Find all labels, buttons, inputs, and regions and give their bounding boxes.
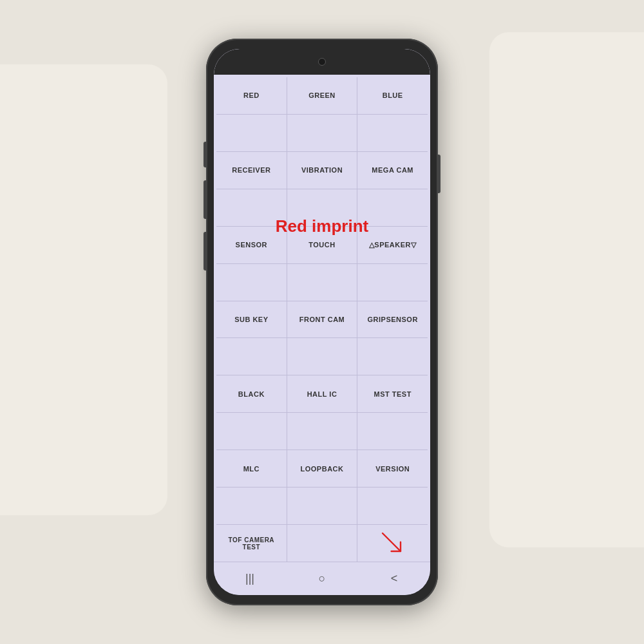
grid-row-spacer-1 [216,189,428,227]
background-cushion-left [0,64,167,515]
grid-cell-tof-camera-test[interactable]: TOF CAMERA TEST [216,525,287,562]
grid-cell-empty [216,488,287,524]
grid-row-2: SENSOR TOUCH △SPEAKER▽ [216,227,428,264]
volume-down-button [204,180,206,219]
bixby-button [204,232,206,270]
grid-cell-empty [216,115,287,151]
grid-cell-empty [216,264,287,301]
test-menu-grid: Red imprint RED GREEN BLUE RECEIVER VIBR… [214,75,430,562]
grid-cell-red[interactable]: RED [216,77,287,114]
grid-cell-gripsensor[interactable]: GRIPSENSOR [357,301,428,338]
grid-cell-touch[interactable]: TOUCH [287,227,358,263]
grid-row-5: MLC LOOPBACK VERSION [216,450,428,488]
grid-cell-black[interactable]: BLACK [216,375,287,412]
grid-cell-sensor[interactable]: SENSOR [216,227,287,263]
grid-cell-empty [287,338,358,375]
grid-row-3: SUB KEY FRONT CAM GRIPSENSOR [216,301,428,339]
grid-row-6: TOF CAMERA TEST [216,525,428,562]
grid-cell-empty [287,488,358,524]
grid-cell-mega-cam[interactable]: MEGA CAM [357,152,428,189]
grid-cell-vibration[interactable]: VIBRATION [287,152,358,189]
phone-screen: Red imprint RED GREEN BLUE RECEIVER VIBR… [214,49,430,595]
grid-cell-loopback[interactable]: LOOPBACK [287,450,358,487]
grid-cell-empty [287,525,358,562]
grid-cell-empty [357,189,428,226]
home-button[interactable]: ○ [310,567,334,591]
grid-cell-green[interactable]: GREEN [287,77,358,114]
grid-cell-empty [216,189,287,226]
grid-cell-empty [357,413,428,450]
recent-apps-button[interactable]: ||| [238,567,261,591]
scene: Red imprint RED GREEN BLUE RECEIVER VIBR… [0,0,644,644]
grid-cell-empty [357,338,428,375]
screen-top-bezel [214,49,430,75]
volume-up-button [204,142,206,167]
grid-cell-mlc[interactable]: MLC [216,450,287,487]
red-arrow-icon [380,531,406,556]
grid-row-spacer-2 [216,264,428,301]
grid-row-spacer-5 [216,488,428,525]
grid-cell-empty [357,115,428,151]
grid-cell-empty [287,189,358,226]
grid-cell-speaker[interactable]: △SPEAKER▽ [357,227,428,263]
phone-device: Red imprint RED GREEN BLUE RECEIVER VIBR… [206,39,438,605]
grid-cell-front-cam[interactable]: FRONT CAM [287,301,358,338]
grid-row-1: RECEIVER VIBRATION MEGA CAM [216,152,428,189]
grid-row-spacer-3 [216,338,428,375]
grid-cell-empty [287,264,358,301]
grid-cell-empty [357,264,428,301]
grid-cell-empty [216,413,287,450]
grid-cell-empty [216,338,287,375]
grid-row-0: RED GREEN BLUE [216,77,428,115]
power-button [438,155,440,193]
grid-cell-blue[interactable]: BLUE [357,77,428,114]
grid-row-spacer-0 [216,115,428,152]
grid-cell-version[interactable]: VERSION [357,450,428,487]
grid-row-4: BLACK HALL IC MST TEST [216,375,428,413]
front-camera [318,58,326,66]
grid-cell-hall-ic[interactable]: HALL IC [287,375,358,412]
grid-cell-sub-key[interactable]: SUB KEY [216,301,287,338]
grid-cell-empty [357,488,428,524]
background-cushion-right [489,32,644,547]
grid-cell-receiver[interactable]: RECEIVER [216,152,287,189]
back-button[interactable]: < [383,567,406,591]
grid-cell-empty [357,525,428,562]
grid-cell-mst-test[interactable]: MST TEST [357,375,428,412]
svg-line-0 [383,533,401,551]
grid-row-spacer-4 [216,413,428,450]
grid-cell-empty [287,413,358,450]
grid-cell-empty [287,115,358,151]
navigation-bar: ||| ○ < [214,562,430,595]
